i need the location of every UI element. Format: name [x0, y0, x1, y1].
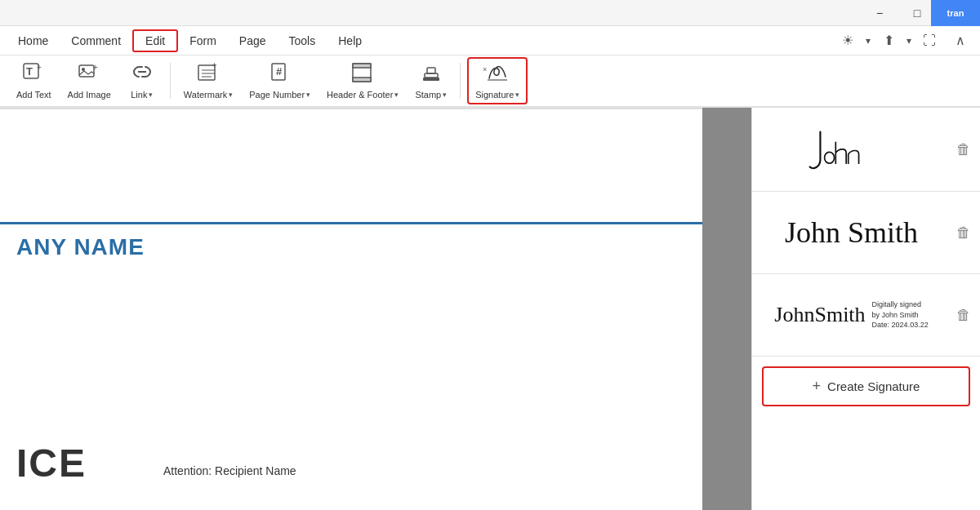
sig-delete-1[interactable]: 🗑	[951, 108, 980, 191]
add-image-tool[interactable]: + Add Image	[61, 59, 118, 103]
watermark-dropdown-arrow: ▾	[229, 91, 233, 99]
menu-item-comment[interactable]: Comment	[60, 29, 132, 52]
stamp-dropdown-arrow: ▾	[443, 91, 447, 99]
pdf-area: ANY NAME ICE Attention: Recipient Name	[0, 108, 751, 510]
toolbar-separator-1	[170, 63, 171, 99]
link-icon	[131, 62, 154, 88]
sig-digital-wrapper: JohnSmith Digitally signed by John Smith…	[774, 299, 928, 330]
svg-rect-18	[423, 78, 439, 81]
sig-delete-2[interactable]: 🗑	[951, 192, 980, 273]
link-tool[interactable]: Link ▾	[121, 59, 163, 103]
signature-card-2[interactable]: John Smith 🗑	[752, 192, 980, 274]
create-sig-label: Create Signature	[827, 379, 920, 393]
signature-card-1[interactable]: 🗑	[752, 108, 980, 192]
minimize-button[interactable]: −	[861, 0, 898, 26]
fullscreen-button[interactable]: ⛶	[916, 29, 942, 52]
add-image-label: Add Image	[68, 90, 111, 100]
svg-rect-3	[79, 65, 94, 77]
sig-digital-info: Digitally signed by John Smith Date: 202…	[872, 299, 929, 330]
pdf-invoice-label: ICE	[16, 441, 87, 486]
toolbar: T + Add Text + Add Image	[0, 55, 980, 108]
add-image-icon: +	[78, 62, 100, 88]
header-footer-dropdown-arrow: ▾	[394, 91, 399, 99]
page-number-label: Page Number	[249, 90, 305, 100]
app-window: − □ ✕ tran Home Comment Edit Form Page T…	[0, 0, 980, 510]
watermark-label: Watermark	[184, 90, 227, 100]
create-sig-plus-icon: +	[813, 378, 822, 395]
signature-tool[interactable]: × Signature ▾	[467, 57, 528, 104]
watermark-label-row: Watermark ▾	[184, 90, 233, 100]
sig-digitally-signed: Digitally signed	[872, 299, 929, 310]
sig-typed-text: John Smith	[785, 215, 918, 250]
page-number-dropdown-arrow: ▾	[306, 91, 310, 99]
svg-point-22	[824, 152, 834, 163]
signature-label-row: Signature ▾	[475, 90, 519, 100]
main-area: ANY NAME ICE Attention: Recipient Name	[0, 108, 980, 510]
svg-text:+: +	[212, 62, 216, 69]
pdf-company-name: ANY NAME	[16, 234, 145, 260]
add-text-label: Add Text	[16, 90, 51, 100]
signature-icon: ×	[483, 62, 512, 88]
create-signature-button[interactable]: + Create Signature	[762, 366, 970, 406]
add-text-tool[interactable]: T + Add Text	[10, 59, 58, 103]
svg-text:×: ×	[483, 65, 487, 73]
share-dropdown[interactable]: ▾	[906, 35, 911, 47]
svg-text:+: +	[37, 63, 42, 72]
watermark-icon: +	[197, 62, 220, 88]
stamp-tool[interactable]: Stamp ▾	[408, 59, 453, 103]
menu-item-help[interactable]: Help	[327, 29, 373, 52]
signature-label: Signature	[475, 90, 514, 100]
svg-rect-16	[353, 78, 371, 82]
link-label: Link	[131, 90, 147, 100]
collapse-button[interactable]: ∧	[947, 29, 973, 52]
link-label-row: Link ▾	[131, 90, 153, 100]
pdf-attention-text: Attention: Recipient Name	[163, 464, 296, 477]
menu-item-tools[interactable]: Tools	[278, 29, 327, 52]
watermark-tool[interactable]: + Watermark ▾	[177, 59, 239, 103]
stamp-label: Stamp	[415, 90, 441, 100]
svg-rect-15	[353, 64, 371, 68]
sig-date-text: Date: 2024.03.22	[872, 320, 929, 330]
header-footer-label-row: Header & Footer ▾	[327, 90, 399, 100]
brightness-button[interactable]: ☀	[835, 29, 861, 52]
title-bar: − □ ✕ tran	[0, 0, 980, 26]
header-footer-tool[interactable]: Header & Footer ▾	[320, 59, 405, 103]
signature-dropdown-arrow: ▾	[515, 91, 519, 99]
sig-by-text: by John Smith	[872, 310, 929, 321]
page-number-label-row: Page Number ▾	[249, 90, 310, 100]
sig-digital-script: JohnSmith	[774, 303, 865, 327]
stamp-label-row: Stamp ▾	[415, 90, 447, 100]
toolbar-separator-2	[460, 63, 461, 99]
header-footer-icon	[351, 62, 374, 88]
menu-bar: Home Comment Edit Form Page Tools Help ☀…	[0, 26, 980, 55]
brightness-dropdown[interactable]: ▾	[866, 35, 871, 47]
share-button[interactable]: ⬆	[875, 29, 902, 52]
svg-rect-19	[427, 68, 435, 73]
link-dropdown-arrow: ▾	[149, 91, 153, 99]
sig-content-3: JohnSmith Digitally signed by John Smith…	[752, 274, 951, 356]
pdf-blue-line	[0, 222, 702, 224]
menu-item-form[interactable]: Form	[178, 29, 228, 52]
signature-card-3[interactable]: JohnSmith Digitally signed by John Smith…	[752, 274, 980, 357]
add-text-icon: T +	[22, 62, 45, 88]
header-footer-label: Header & Footer	[327, 90, 393, 100]
handwritten-john-svg	[803, 121, 901, 178]
menu-right-icons: ☀ ▾ ⬆ ▾ ⛶ ∧	[835, 29, 973, 52]
page-number-tool[interactable]: # Page Number ▾	[243, 59, 317, 103]
sig-content-2: John Smith	[752, 192, 951, 273]
stamp-icon	[420, 62, 443, 88]
svg-text:#: #	[276, 65, 283, 78]
sig-delete-3[interactable]: 🗑	[951, 274, 980, 356]
sig-content-1	[752, 108, 951, 191]
page-number-icon: #	[269, 62, 292, 88]
svg-point-4	[82, 68, 85, 71]
pdf-page: ANY NAME ICE Attention: Recipient Name	[0, 108, 702, 510]
svg-text:T: T	[26, 65, 33, 78]
menu-item-home[interactable]: Home	[7, 29, 60, 52]
svg-text:+: +	[93, 63, 98, 72]
chrome-tab[interactable]: tran	[931, 0, 980, 26]
signature-panel: 🗑 John Smith 🗑 JohnSmith Digitally signe…	[751, 108, 980, 510]
menu-item-page[interactable]: Page	[228, 29, 278, 52]
pdf-top-separator	[0, 108, 702, 109]
menu-item-edit[interactable]: Edit	[132, 29, 178, 52]
